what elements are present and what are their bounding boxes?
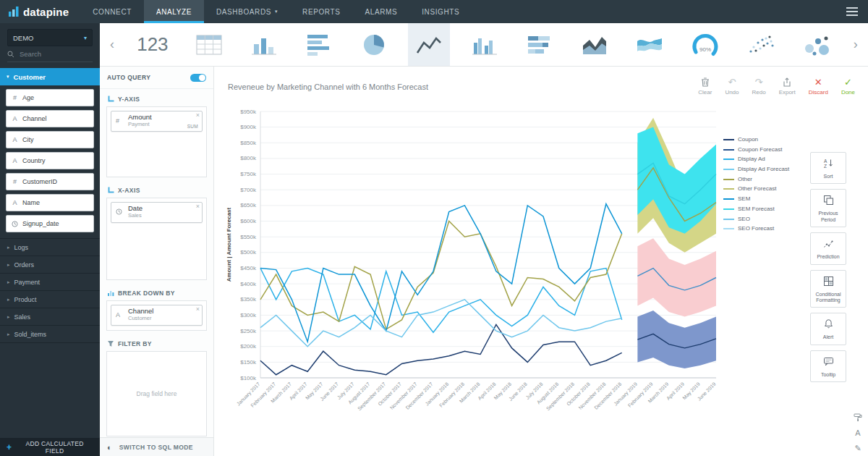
chart-type-area-icon[interactable]: [574, 23, 616, 66]
brand-logo[interactable]: datapine: [0, 6, 80, 18]
legend-item[interactable]: Coupon: [723, 136, 812, 143]
search-icon: [7, 51, 14, 58]
tool-prediction[interactable]: Prediction: [810, 232, 846, 264]
theme-toggle-icon[interactable]: ◐: [107, 443, 112, 452]
sidebar-table-sales[interactable]: ▸Sales: [0, 308, 100, 326]
chart-type-gauge-icon[interactable]: 90%: [684, 23, 727, 66]
number-type-icon: #: [11, 94, 19, 101]
text-type-icon: A: [11, 136, 19, 143]
query-panel: AUTO QUERY Y-AXIS × # Amount Payment SUM…: [100, 67, 214, 456]
legend-item[interactable]: Display Ad: [723, 156, 812, 162]
chart-type-bubble-icon[interactable]: [796, 23, 838, 66]
search-input[interactable]: [18, 49, 93, 59]
discard-button[interactable]: ✕Discard: [809, 77, 828, 96]
nav-alarms[interactable]: ALARMS: [352, 0, 409, 23]
fill-color-icon[interactable]: [854, 413, 862, 422]
chart-type-pie-icon[interactable]: [353, 23, 395, 66]
legend-item[interactable]: Coupon Forecast: [723, 146, 812, 153]
tool-tooltip[interactable]: Tooltip: [810, 350, 846, 382]
chart-type-stacked-bar-icon[interactable]: [519, 23, 561, 66]
tool-sort[interactable]: AZSort: [810, 152, 846, 184]
field-signup_date[interactable]: Signup_date: [6, 215, 94, 232]
sidebar-table-product[interactable]: ▸Product: [0, 291, 100, 308]
tool-conditional-formatting[interactable]: Conditional Formatting: [810, 270, 846, 308]
app-root: datapine CONNECTANALYZEDASHBOARDS▾REPORT…: [0, 0, 868, 456]
chart-type-number[interactable]: 123: [130, 23, 174, 66]
chevron-right-icon: ▸: [7, 314, 10, 320]
field-age[interactable]: #Age: [6, 89, 94, 106]
legend-item[interactable]: Other: [723, 176, 812, 182]
x-axis-field-chip[interactable]: × Date Sales: [111, 202, 203, 223]
chart-type-stream-icon[interactable]: [629, 23, 671, 66]
legend-item[interactable]: SEO: [723, 216, 812, 222]
chart-title: Reveneue by Marketing Channel with 6 Mon…: [228, 83, 428, 91]
legend-item[interactable]: SEM: [723, 195, 812, 202]
undo-button[interactable]: ↶Undo: [725, 77, 739, 96]
sidebar-table-customer[interactable]: ▾ Customer: [0, 68, 100, 85]
nav-analyze[interactable]: ANALYZE: [144, 0, 204, 23]
legend-swatch: [723, 139, 734, 140]
legend-item[interactable]: Display Ad Forecast: [723, 166, 812, 172]
sidebar-table-payment[interactable]: ▸Payment: [0, 274, 100, 291]
nav-dashboards[interactable]: DASHBOARDS▾: [204, 0, 290, 23]
chart-type-scatter-icon[interactable]: [740, 23, 782, 66]
chart-type-column-icon[interactable]: [464, 23, 506, 66]
auto-query-toggle[interactable]: [190, 74, 206, 82]
close-icon[interactable]: ×: [196, 203, 200, 210]
datasource-select[interactable]: DEMO ▾: [7, 29, 93, 46]
tool-label: Tooltip: [821, 372, 835, 378]
svg-text:$450k: $450k: [240, 265, 257, 271]
field-city[interactable]: ACity: [6, 131, 94, 148]
break-down-dropzone[interactable]: × A Channel Customer: [106, 300, 207, 331]
sidebar-table-sold_items[interactable]: ▸Sold_items: [0, 326, 100, 343]
y-axis-dropzone[interactable]: × # Amount Payment SUM: [106, 106, 207, 177]
tool-previous-period[interactable]: Previous Period: [810, 189, 846, 227]
legend-label: Other: [738, 176, 752, 182]
legend-swatch: [723, 149, 734, 151]
picker-scroll-right-icon[interactable]: ›: [851, 37, 861, 52]
nav-connect[interactable]: CONNECT: [80, 0, 144, 23]
break-down-field-chip[interactable]: × A Channel Customer: [111, 305, 203, 326]
svg-text:$150k: $150k: [240, 359, 257, 366]
sidebar-table-orders[interactable]: ▸Orders: [0, 256, 100, 274]
chart-type-bar-icon[interactable]: [243, 23, 285, 66]
legend-item[interactable]: Other Forecast: [723, 185, 812, 192]
menu-icon[interactable]: [846, 7, 858, 16]
field-name[interactable]: AName: [6, 194, 94, 211]
chart-type-line-icon[interactable]: [408, 23, 450, 66]
sidebar-table-logs[interactable]: ▸Logs: [0, 239, 100, 256]
export-button[interactable]: Export: [779, 77, 796, 96]
field-country[interactable]: ACountry: [6, 152, 94, 169]
field-customerid[interactable]: #CustomerID: [6, 173, 94, 190]
font-style-icon[interactable]: A: [855, 428, 860, 437]
done-button[interactable]: ✓Done: [841, 77, 855, 96]
dropzone-hint: Drag field here: [137, 390, 177, 397]
chevron-right-icon: ▸: [7, 262, 10, 268]
x-axis-dropzone[interactable]: × Date Sales: [106, 198, 207, 280]
field-channel[interactable]: AChannel: [6, 110, 94, 127]
filter-dropzone[interactable]: Drag field here: [106, 351, 207, 436]
tool-alert[interactable]: Alert: [810, 313, 846, 345]
redo-button[interactable]: ↷Redo: [752, 77, 766, 96]
add-calculated-field-button[interactable]: + ADD CALCULATED FIELD: [0, 438, 100, 456]
close-icon[interactable]: ×: [196, 111, 200, 119]
aggregation-tag[interactable]: SUM: [187, 124, 198, 129]
action-label: Export: [779, 89, 796, 96]
tool-label: Previous Period: [812, 211, 844, 223]
table-label: Sales: [14, 313, 31, 321]
sql-mode-button[interactable]: SWITCH TO SQL MODE: [119, 444, 193, 451]
legend-item[interactable]: SEO Forecast: [723, 225, 812, 232]
chart-canvas: Reveneue by Marketing Channel with 6 Mon…: [214, 67, 868, 456]
chart-type-horizontal-bar-icon[interactable]: [298, 23, 340, 66]
edit-pencil-icon[interactable]: ✎: [854, 444, 861, 453]
picker-scroll-left-icon[interactable]: ‹: [107, 37, 117, 52]
nav-reports[interactable]: REPORTS: [290, 0, 352, 23]
legend-item[interactable]: SEM Forecast: [723, 206, 812, 212]
y-axis-field-chip[interactable]: × # Amount Payment SUM: [111, 111, 203, 132]
close-icon[interactable]: ×: [196, 305, 200, 313]
svg-text:$800k: $800k: [240, 155, 257, 161]
clear-button[interactable]: Clear: [698, 77, 712, 96]
chart-type-table-icon[interactable]: [188, 23, 230, 66]
nav-insights[interactable]: INSIGHTS: [409, 0, 472, 23]
chart-type-picker: ‹ 123 90%: [100, 23, 868, 67]
